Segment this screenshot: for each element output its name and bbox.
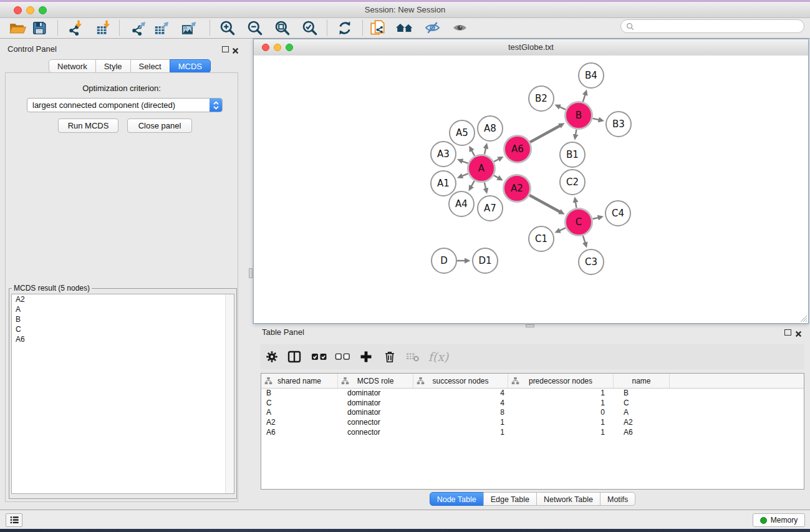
- table-cell[interactable]: 1: [413, 418, 508, 427]
- show-hidden-button[interactable]: [448, 18, 471, 37]
- table-cell[interactable]: dominator: [338, 389, 413, 397]
- mcds-result-list[interactable]: A2ABCA6: [11, 294, 234, 494]
- tab-network[interactable]: Network: [49, 59, 96, 73]
- show-columns-button[interactable]: [283, 344, 306, 369]
- table-cell[interactable]: 1: [413, 428, 508, 437]
- table-row[interactable]: A2connector11A2: [261, 417, 804, 427]
- graph-node-c2[interactable]: C2: [559, 169, 586, 195]
- open-session-button[interactable]: [6, 18, 29, 37]
- graph-node-d[interactable]: D: [431, 248, 457, 274]
- column-header-shared-name[interactable]: shared name: [261, 374, 338, 388]
- table-settings-button[interactable]: [261, 344, 283, 369]
- table-row[interactable]: Adominator80A: [261, 408, 804, 418]
- table-row[interactable]: Cdominator41C: [261, 398, 804, 408]
- table-cell[interactable]: connector: [338, 418, 413, 427]
- hide-selected-button[interactable]: [421, 18, 443, 37]
- table-cell[interactable]: connector: [338, 428, 413, 437]
- graph-node-a3[interactable]: A3: [430, 141, 456, 167]
- search-input[interactable]: [637, 21, 804, 31]
- graph-node-b4[interactable]: B4: [578, 62, 604, 89]
- table-cell[interactable]: B: [261, 389, 338, 397]
- run-mcds-button[interactable]: Run MCDS: [58, 118, 118, 133]
- tab-motifs[interactable]: Motifs: [600, 492, 635, 506]
- graph-node-a1[interactable]: A1: [430, 170, 456, 196]
- task-history-button[interactable]: [6, 513, 22, 527]
- tab-mcds[interactable]: MCDS: [170, 59, 211, 73]
- tab-node-table[interactable]: Node Table: [430, 492, 484, 506]
- network-canvas[interactable]: B4B2BB3A8A5A6A3B1AC2A1A2A4A7C4CC1DD1C3: [254, 56, 808, 323]
- search-field[interactable]: [620, 19, 804, 33]
- deselect-all-button[interactable]: [331, 344, 354, 369]
- tab-edge-table[interactable]: Edge Table: [483, 492, 537, 506]
- mcds-result-item[interactable]: B: [12, 314, 234, 324]
- graph-node-c4[interactable]: C4: [605, 200, 631, 226]
- control-panel-float-icon[interactable]: [222, 46, 229, 52]
- zoom-fit-button[interactable]: [271, 18, 293, 37]
- column-header-name[interactable]: name: [614, 374, 670, 388]
- table-cell[interactable]: C: [261, 399, 338, 407]
- mcds-result-item[interactable]: A6: [12, 334, 234, 344]
- graph-node-b1[interactable]: B1: [559, 142, 586, 168]
- table-cell[interactable]: A6: [261, 428, 338, 437]
- homes-button[interactable]: [393, 18, 416, 37]
- table-row[interactable]: Bdominator41B: [261, 388, 804, 398]
- table-cell[interactable]: A: [614, 408, 670, 417]
- zoom-out-button[interactable]: [243, 18, 266, 37]
- graph-node-d1[interactable]: D1: [472, 248, 498, 274]
- graph-node-a6[interactable]: A6: [503, 135, 532, 163]
- duplicate-network-button[interactable]: [367, 18, 389, 37]
- table-cell[interactable]: A6: [614, 428, 670, 437]
- mcds-result-item[interactable]: C: [12, 324, 234, 334]
- table-cell[interactable]: 1: [508, 418, 614, 427]
- zoom-selected-button[interactable]: [298, 18, 321, 37]
- close-panel-button[interactable]: Close panel: [127, 118, 192, 133]
- table-cell[interactable]: dominator: [338, 399, 413, 407]
- add-button[interactable]: [355, 344, 377, 369]
- criterion-dropdown[interactable]: largest connected component (directed): [27, 98, 223, 112]
- horizontal-splitter-handle[interactable]: [526, 324, 534, 327]
- table-cell[interactable]: 1: [508, 428, 614, 437]
- graph-node-b2[interactable]: B2: [528, 85, 554, 112]
- import-table-button[interactable]: [92, 18, 115, 37]
- column-header-successor-nodes[interactable]: successor nodes: [413, 374, 508, 388]
- graph-node-c3[interactable]: C3: [578, 249, 604, 275]
- table-panel-close-icon[interactable]: [795, 329, 802, 340]
- graph-node-a5[interactable]: A5: [449, 120, 475, 146]
- resize-grip-icon[interactable]: [799, 314, 808, 322]
- graph-node-a8[interactable]: A8: [477, 115, 503, 142]
- memory-button[interactable]: Memory: [753, 513, 805, 527]
- table-cell[interactable]: 4: [413, 399, 508, 407]
- graph-node-c[interactable]: C: [564, 208, 593, 236]
- graph-node-a7[interactable]: A7: [477, 195, 503, 221]
- delete-button[interactable]: [378, 344, 401, 369]
- table-cell[interactable]: 1: [508, 389, 614, 397]
- graph-node-a2[interactable]: A2: [503, 174, 531, 203]
- graph-node-b[interactable]: B: [564, 101, 593, 130]
- export-network-button[interactable]: [127, 18, 150, 37]
- export-table-button[interactable]: [150, 18, 173, 37]
- table-cell[interactable]: A2: [261, 418, 338, 427]
- graph-node-a[interactable]: A: [467, 154, 496, 183]
- import-network-button[interactable]: [64, 18, 87, 37]
- graph-node-b3[interactable]: B3: [605, 111, 632, 137]
- table-cell[interactable]: dominator: [338, 408, 413, 417]
- titlebar[interactable]: Session: New Session: [0, 2, 810, 18]
- table-cell[interactable]: 0: [508, 408, 614, 417]
- table-cell[interactable]: B: [614, 389, 670, 397]
- table-panel-float-icon[interactable]: [784, 329, 791, 336]
- tab-style[interactable]: Style: [95, 59, 131, 73]
- table-cell[interactable]: 4: [413, 389, 508, 397]
- save-session-button[interactable]: [28, 18, 51, 37]
- table-cell[interactable]: A2: [614, 418, 670, 427]
- vertical-splitter-handle[interactable]: [249, 268, 253, 278]
- graph-node-c1[interactable]: C1: [528, 226, 554, 252]
- export-image-button[interactable]: [178, 18, 200, 37]
- apply-layout-button[interactable]: [334, 18, 356, 37]
- node-table[interactable]: shared nameMCDS rolesuccessor nodesprede…: [261, 373, 804, 490]
- table-cell[interactable]: A: [261, 408, 338, 417]
- mcds-result-item[interactable]: A2: [12, 294, 234, 304]
- column-header-mcds-role[interactable]: MCDS role: [338, 374, 413, 388]
- zoom-in-button[interactable]: [216, 18, 238, 37]
- scrollbar-track[interactable]: [225, 294, 234, 493]
- control-panel-close-icon[interactable]: [232, 46, 239, 57]
